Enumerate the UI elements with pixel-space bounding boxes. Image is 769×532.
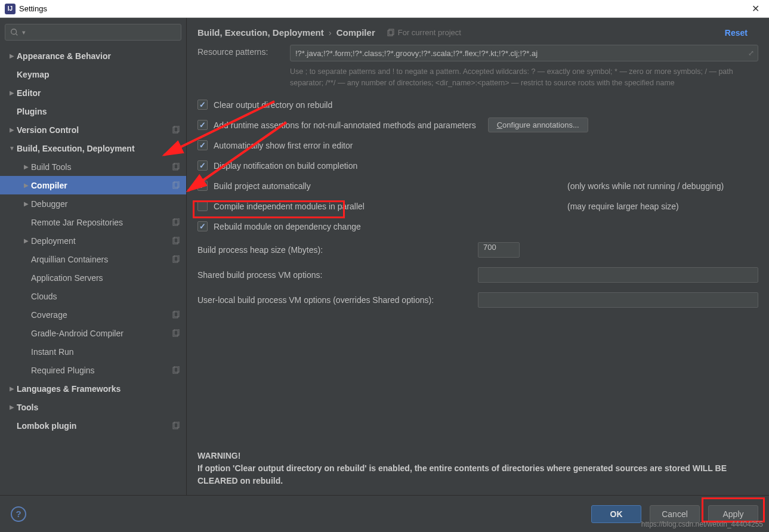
search-icon bbox=[10, 28, 18, 36]
project-scope-icon bbox=[172, 237, 180, 245]
chevron-right-icon: ▶ bbox=[21, 237, 31, 244]
main-panel: Build, Execution, Deployment › Compiler … bbox=[187, 18, 769, 495]
reset-link[interactable]: Reset bbox=[725, 28, 748, 38]
tree-item-label: Deployment bbox=[31, 236, 76, 246]
checkbox-compile-parallel-label: Compile independent modules in parallel bbox=[214, 202, 365, 211]
breadcrumb-seg1: Build, Execution, Deployment bbox=[197, 27, 324, 38]
checkbox-add-assertions-label: Add runtime assertions for not-null-anno… bbox=[214, 120, 476, 130]
user-vm-input[interactable] bbox=[478, 292, 758, 308]
tree-item-instant-run[interactable]: ▶Instant Run bbox=[0, 342, 186, 361]
context-hint: For current project bbox=[386, 28, 461, 37]
tree-item-label: Appearance & Behavior bbox=[17, 51, 111, 61]
pattern-hint: Use ; to separate patterns and ! to nega… bbox=[290, 66, 758, 89]
ok-button[interactable]: OK bbox=[591, 505, 641, 523]
tree-item-languages-frameworks[interactable]: ▶Languages & Frameworks bbox=[0, 379, 186, 398]
tree-item-lombok-plugin[interactable]: ▶Lombok plugin bbox=[0, 416, 186, 435]
tree-item-build-tools[interactable]: ▶Build Tools bbox=[0, 157, 186, 176]
heap-size-label: Build process heap size (Mbytes): bbox=[197, 245, 478, 255]
checkbox-display-notif-label: Display notification on build completion bbox=[214, 161, 357, 171]
chevron-right-icon: ▶ bbox=[7, 404, 17, 410]
tree-item-build-execution-deployment[interactable]: ▼Build, Execution, Deployment bbox=[0, 139, 186, 157]
tree-item-remote-jar-repositories[interactable]: ▶Remote Jar Repositories bbox=[0, 213, 186, 231]
checkbox-compile-parallel[interactable] bbox=[197, 201, 208, 211]
tree-item-tools[interactable]: ▶Tools bbox=[0, 398, 186, 416]
tree-item-plugins[interactable]: ▶Plugins bbox=[0, 102, 186, 120]
tree-item-editor[interactable]: ▶Editor bbox=[0, 83, 186, 102]
app-icon: IJ bbox=[5, 4, 16, 14]
breadcrumb-seg2: Compiler bbox=[336, 27, 375, 38]
chevron-right-icon: ▶ bbox=[7, 89, 17, 96]
tree-item-label: Editor bbox=[17, 88, 41, 98]
chevron-right-icon: ▶ bbox=[7, 126, 17, 133]
help-button[interactable]: ? bbox=[11, 506, 26, 522]
checkbox-clear-output-label: Clear output directory on rebuild bbox=[214, 100, 332, 110]
checkbox-compile-parallel-note: (may require larger heap size) bbox=[543, 202, 758, 211]
sidebar: ▾ ▶Appearance & Behavior▶Keymap▶Editor▶P… bbox=[0, 18, 187, 495]
tree-item-label: Lombok plugin bbox=[17, 421, 76, 431]
project-scope-icon bbox=[172, 218, 180, 227]
tree-item-label: Plugins bbox=[17, 107, 47, 116]
checkbox-rebuild-dep-label: Rebuild module on dependency change bbox=[214, 222, 361, 231]
checkbox-auto-show-error[interactable] bbox=[197, 140, 208, 150]
copy-icon bbox=[386, 29, 394, 37]
tree-item-version-control[interactable]: ▶Version Control bbox=[0, 120, 186, 139]
tree-item-deployment[interactable]: ▶Deployment bbox=[0, 231, 186, 250]
checkbox-clear-output[interactable] bbox=[197, 100, 208, 110]
chevron-right-icon: ▶ bbox=[21, 182, 31, 188]
configure-annotations-button[interactable]: Configure annotations... bbox=[488, 117, 588, 132]
expand-icon[interactable]: ⤢ bbox=[748, 49, 754, 57]
titlebar: IJ Settings ✕ bbox=[0, 0, 769, 18]
shared-vm-label: Shared build process VM options: bbox=[197, 270, 478, 280]
breadcrumb-sep: › bbox=[329, 27, 332, 38]
tree-item-debugger[interactable]: ▶Debugger bbox=[0, 194, 186, 213]
checkbox-add-assertions[interactable] bbox=[197, 120, 208, 130]
chevron-right-icon: ▶ bbox=[7, 385, 17, 392]
svg-rect-22 bbox=[388, 30, 393, 36]
project-scope-icon bbox=[172, 181, 180, 190]
checkbox-rebuild-dep[interactable] bbox=[197, 221, 208, 231]
project-scope-icon bbox=[172, 255, 180, 264]
tree-item-label: Keymap bbox=[17, 70, 49, 79]
tree-item-label: Coverage bbox=[31, 310, 67, 320]
tree-item-arquillian-containers[interactable]: ▶Arquillian Containers bbox=[0, 250, 186, 268]
tree-item-clouds[interactable]: ▶Clouds bbox=[0, 287, 186, 305]
breadcrumb: Build, Execution, Deployment › Compiler bbox=[197, 27, 375, 38]
close-icon[interactable]: ✕ bbox=[747, 3, 764, 14]
tree-item-label: Instant Run bbox=[31, 347, 74, 357]
tree-item-appearance-behavior[interactable]: ▶Appearance & Behavior bbox=[0, 47, 186, 65]
tree-item-keymap[interactable]: ▶Keymap bbox=[0, 65, 186, 83]
chevron-right-icon: ▶ bbox=[21, 163, 31, 170]
tree-item-label: Build Tools bbox=[31, 162, 71, 172]
tree-item-label: Remote Jar Repositories bbox=[31, 218, 123, 227]
resource-patterns-label: Resource patterns: bbox=[197, 45, 290, 57]
tree-item-compiler[interactable]: ▶Compiler bbox=[0, 176, 186, 194]
heap-size-input[interactable]: 700 bbox=[478, 242, 520, 258]
tree-item-label: Clouds bbox=[31, 292, 57, 301]
checkbox-build-auto-note: (only works while not running / debuggin… bbox=[543, 181, 758, 191]
shared-vm-input[interactable] bbox=[478, 267, 758, 283]
tree-item-label: Application Servers bbox=[31, 273, 103, 283]
tree-item-label: Compiler bbox=[31, 181, 67, 190]
resource-patterns-input[interactable]: !?*.java;!?*.form;!?*.class;!?*.groovy;!… bbox=[290, 45, 758, 61]
chevron-right-icon: ▶ bbox=[21, 200, 31, 207]
window-title: Settings bbox=[19, 4, 47, 13]
tree-item-application-servers[interactable]: ▶Application Servers bbox=[0, 268, 186, 287]
checkbox-build-auto-label: Build project automatically bbox=[214, 181, 311, 191]
chevron-down-icon: ▼ bbox=[7, 145, 17, 151]
tree-item-coverage[interactable]: ▶Coverage bbox=[0, 305, 186, 324]
search-input[interactable]: ▾ bbox=[5, 24, 181, 41]
tree-item-label: Tools bbox=[17, 403, 38, 412]
project-scope-icon bbox=[172, 126, 180, 134]
svg-line-1 bbox=[16, 34, 18, 36]
tree-item-label: Arquillian Containers bbox=[31, 255, 108, 264]
checkbox-build-auto[interactable] bbox=[197, 181, 208, 191]
project-scope-icon bbox=[172, 311, 180, 319]
chevron-down-icon: ▾ bbox=[22, 29, 26, 36]
checkbox-display-notif[interactable] bbox=[197, 160, 208, 171]
tree-item-gradle-android-compiler[interactable]: ▶Gradle-Android Compiler bbox=[0, 324, 186, 342]
tree-item-label: Debugger bbox=[31, 199, 68, 209]
tree-item-required-plugins[interactable]: ▶Required Plugins bbox=[0, 361, 186, 379]
project-scope-icon bbox=[172, 329, 180, 338]
tree-item-label: Languages & Frameworks bbox=[17, 384, 121, 394]
warning-text: WARNING! If option 'Clear output directo… bbox=[197, 450, 758, 487]
